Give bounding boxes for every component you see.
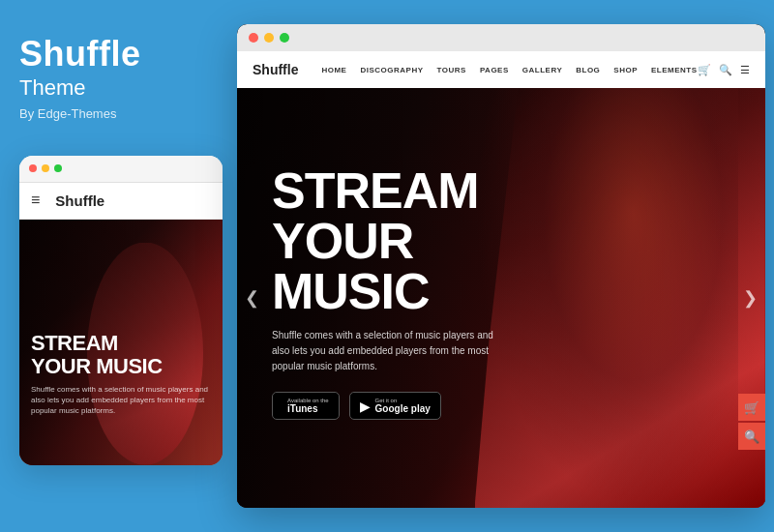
mobile-hero-desc: Shuffle comes with a selection of music … <box>31 384 213 417</box>
search-icon[interactable]: 🔍 <box>719 64 732 76</box>
desktop-hero-buttons: Available on the iTunes ▶ Get it on Goog… <box>272 392 501 420</box>
google-icon: ▶ <box>360 399 371 414</box>
desktop-dot-red <box>249 33 258 43</box>
desktop-nav-logo: Shuffle <box>253 62 298 77</box>
nav-item-blog[interactable]: BLOG <box>576 66 600 74</box>
mobile-dot-yellow <box>42 164 49 172</box>
desktop-hero-title: STREAM YOUR MUSIC <box>272 165 501 316</box>
side-cart-button[interactable]: 🛒 <box>738 394 765 421</box>
google-play-badge[interactable]: ▶ Get it on Google play <box>349 392 441 420</box>
desktop-hero-title-line2: YOUR MUSIC <box>272 216 501 316</box>
nav-item-gallery[interactable]: GALLERY <box>522 66 562 74</box>
nav-item-discography[interactable]: DISCOGRAPHY <box>360 66 423 74</box>
brand-subtitle: Theme <box>19 75 85 101</box>
menu-icon[interactable]: ☰ <box>740 64 750 76</box>
desktop-hero-content: STREAM YOUR MUSIC Shuffle comes with a s… <box>272 165 501 420</box>
desktop-hero-title-line1: STREAM <box>272 165 501 216</box>
google-badge-name: Google play <box>375 403 431 414</box>
mobile-mockup: ≡ Shuffle STREAM YOUR MUSIC Shuffle come… <box>19 156 223 465</box>
brand-by: By Edge-Themes <box>19 106 116 121</box>
mobile-top-bar <box>19 156 223 183</box>
nav-item-pages[interactable]: PAGES <box>480 66 509 74</box>
mobile-hero-title: STREAM YOUR MUSIC <box>31 332 213 378</box>
mobile-hero: STREAM YOUR MUSIC Shuffle comes with a s… <box>19 220 223 465</box>
nav-item-home[interactable]: HOME <box>321 66 346 74</box>
desktop-nav-icons: 🛒 🔍 ☰ <box>698 64 750 76</box>
brand-title: Shuffle <box>19 35 141 74</box>
itunes-badge[interactable]: Available on the iTunes <box>272 392 340 420</box>
cart-icon[interactable]: 🛒 <box>698 64 711 76</box>
desktop-hero-desc: Shuffle comes with a selection of music … <box>272 328 501 374</box>
google-badge-text: Get it on Google play <box>375 398 431 414</box>
nav-item-elements[interactable]: ELEMENTS <box>651 66 698 74</box>
desktop-dot-yellow <box>264 33 274 43</box>
side-search-button[interactable]: 🔍 <box>738 423 765 450</box>
desktop-dots <box>249 33 289 43</box>
prev-slide-button[interactable]: ❮ <box>245 287 259 309</box>
mobile-dot-green <box>54 164 62 172</box>
desktop-mockup: Shuffle HOME DISCOGRAPHY TOURS PAGES GAL… <box>237 24 765 508</box>
desktop-nav: Shuffle HOME DISCOGRAPHY TOURS PAGES GAL… <box>237 51 765 88</box>
mobile-dots <box>29 164 62 172</box>
right-panel: Shuffle HOME DISCOGRAPHY TOURS PAGES GAL… <box>237 0 774 532</box>
next-slide-button[interactable]: ❯ <box>743 287 758 309</box>
itunes-badge-text: Available on the iTunes <box>287 398 329 414</box>
nav-item-tours[interactable]: TOURS <box>437 66 466 74</box>
itunes-badge-name: iTunes <box>287 403 329 414</box>
hamburger-icon[interactable]: ≡ <box>31 192 40 209</box>
desktop-dot-green <box>280 33 289 43</box>
desktop-hero: ❮ ❯ STREAM YOUR MUSIC Shuffle comes with… <box>237 88 765 508</box>
mobile-logo: Shuffle <box>55 192 104 209</box>
mobile-hero-title-line1: STREAM <box>31 331 118 355</box>
nav-item-shop[interactable]: SHOP <box>613 66 638 74</box>
mobile-dot-red <box>29 164 37 172</box>
mobile-hero-title-line2: YOUR MUSIC <box>31 354 163 378</box>
left-panel: Shuffle Theme By Edge-Themes ≡ Shuffle S… <box>0 0 237 532</box>
mobile-hero-text: STREAM YOUR MUSIC Shuffle comes with a s… <box>31 332 213 417</box>
desktop-nav-items: HOME DISCOGRAPHY TOURS PAGES GALLERY BLO… <box>321 66 697 74</box>
desktop-side-buttons: 🛒 🔍 <box>738 394 765 450</box>
mobile-nav: ≡ Shuffle <box>19 183 223 220</box>
desktop-top-bar <box>237 24 765 51</box>
